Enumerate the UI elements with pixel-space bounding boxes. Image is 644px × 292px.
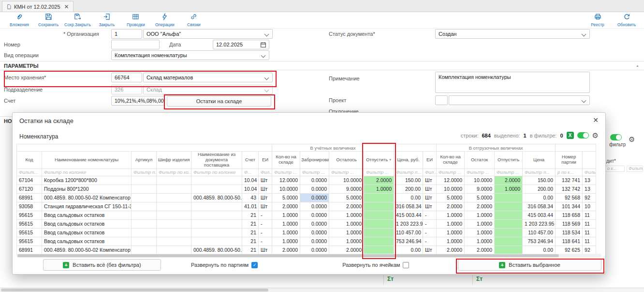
cell-rest2[interactable]: 2.0000 (465, 202, 495, 211)
cell-name[interactable]: Поддоны 800*1200 (42, 184, 132, 193)
cell-extra[interactable]: 13 (583, 184, 596, 193)
filter-input-code[interactable]: Фильт... (17, 169, 42, 176)
cell-extra[interactable]: 11 (583, 219, 596, 228)
table-row[interactable]: 67120Поддоны 800*120010.04Шт10.00000.000… (17, 184, 596, 193)
filter-input-unit1[interactable]: Фил... (259, 169, 272, 176)
cell-batch[interactable]: 132 741 (556, 176, 583, 184)
close-button[interactable]: Закрыть (92, 12, 121, 28)
date-field[interactable]: 12.02.2025 (213, 40, 269, 49)
gear-icon[interactable]: ⚙ (592, 132, 599, 139)
cell-release1[interactable] (364, 211, 394, 219)
note-textarea[interactable]: Комплектация номенклатуры (435, 72, 590, 93)
filter-input-cipher[interactable]: Фильтр по ко... (157, 169, 191, 176)
calendar-icon[interactable] (260, 42, 266, 48)
postings-button[interactable]: Проводки (121, 12, 150, 28)
cell-supplier_name[interactable] (191, 184, 242, 193)
cell-batch[interactable]: 118 534 (556, 228, 583, 237)
scrollbar-thumb[interactable] (1, 289, 268, 292)
cell-name[interactable]: 000.4859. 80.000-50-02 Компенсатор (42, 246, 132, 254)
cell-rest2[interactable]: 1.0000 (465, 237, 495, 246)
column-header-unit2[interactable]: ЕИ (423, 152, 437, 169)
table-row[interactable]: 68991000.4859. 80.000-50-02 Компенсатор0… (17, 246, 596, 254)
cell-unit2[interactable]: - (423, 219, 437, 228)
cell-code[interactable]: 67104 (17, 176, 42, 184)
cell-cipher[interactable] (157, 237, 191, 246)
cell-account[interactable]: 10.04 (242, 176, 259, 184)
cell-unit2[interactable]: - (423, 237, 437, 246)
cell-article[interactable] (132, 202, 157, 211)
cell-supplier_name[interactable] (191, 176, 242, 184)
save-close-button[interactable]: Сохр.Закрыть (63, 12, 92, 28)
cell-extra[interactable]: 11 (583, 228, 596, 237)
cell-code[interactable]: 68991 (17, 193, 42, 202)
cell-remaining[interactable]: 1.0000 (329, 211, 364, 219)
cell-remaining[interactable]: 1.0000 (329, 219, 364, 228)
cell-qty1[interactable]: 2.0000 (272, 246, 300, 254)
cell-cipher[interactable] (157, 211, 191, 219)
cell-reserved[interactable]: 0.0000 (300, 202, 329, 211)
cell-extra[interactable]: 13 (583, 176, 596, 184)
cell-release1[interactable] (364, 219, 394, 228)
cell-extra[interactable]: 10 (583, 202, 596, 211)
cell-batch[interactable]: 92 625 (556, 246, 583, 254)
cell-unit1[interactable]: - (259, 211, 272, 219)
column-header-batch[interactable]: Номер партии (556, 152, 583, 169)
cell-qty2[interactable]: 5.0000 (437, 193, 465, 202)
cell-qty2[interactable]: 1.0000 (437, 211, 465, 219)
status-select[interactable]: Создан (435, 29, 590, 39)
cell-release2[interactable]: 2.0000 (495, 176, 523, 184)
cell-code[interactable]: 95615 (17, 219, 42, 228)
column-header-cipher[interactable]: Шифр изделия (157, 152, 191, 169)
table-row[interactable]: 67104Коробка 1200*800*80010.04Шт12.00000… (17, 176, 596, 184)
table-row[interactable]: 95615Ввод сальдовых остатков21-1.00000.0… (17, 228, 596, 237)
cell-name[interactable]: Ввод сальдовых остатков (42, 228, 132, 237)
cell-name[interactable]: Ввод сальдовых остатков (42, 211, 132, 219)
cell-qty1[interactable]: 1.0000 (272, 228, 300, 237)
column-header-article[interactable]: Артикул (132, 152, 157, 169)
column-header-price2[interactable]: Цена (523, 152, 556, 169)
document-tab[interactable]: КМН от 12.02.2025 ✕ (2, 1, 73, 12)
cell-unit1[interactable]: Шт (259, 193, 272, 202)
cell-unit1[interactable]: Шт (259, 176, 272, 184)
cell-release2[interactable] (495, 246, 523, 254)
cell-code[interactable]: 95615 (17, 211, 42, 219)
cell-article[interactable] (132, 219, 157, 228)
cell-reserved[interactable]: 0.0000 (300, 184, 329, 193)
table-row[interactable]: 95615Ввод сальдовых остатков21-1.00000.0… (17, 237, 596, 246)
cell-price1[interactable]: 316 058.34 (394, 202, 423, 211)
project-code-field[interactable] (435, 95, 448, 105)
cell-code[interactable]: 68991 (17, 246, 42, 254)
cell-unit1[interactable]: - (259, 237, 272, 246)
expand-batches-checkbox[interactable] (251, 262, 258, 268)
filter-input-release2[interactable]: Фильтр ... (495, 169, 523, 176)
cell-account[interactable]: 21 (242, 228, 259, 237)
cell-release2[interactable] (495, 228, 523, 237)
cell-account[interactable]: 43 (242, 193, 259, 202)
cell-release2[interactable] (495, 211, 523, 219)
filter-toggle[interactable] (577, 132, 589, 138)
account-field[interactable]: 10%,21%,4%,08%,00% (111, 96, 164, 106)
cell-reserved[interactable]: 0.0000 (300, 246, 329, 254)
column-header-reserved[interactable]: Забронировано (300, 152, 329, 169)
filter-input-article[interactable]: Фильтр п... (132, 169, 157, 176)
project-select[interactable] (449, 95, 590, 105)
excel-export-icon[interactable]: X (567, 132, 574, 139)
cell-release1[interactable]: 1.0000 (364, 184, 394, 193)
cell-unit2[interactable]: Шт (423, 193, 437, 202)
collapse-caret-icon[interactable]: ▲ (636, 64, 639, 67)
stock-on-warehouse-button[interactable]: Остатки на складе (167, 96, 271, 107)
storage-select[interactable]: Склад материалов (143, 73, 273, 82)
cell-release1[interactable] (364, 202, 394, 211)
column-header-release1[interactable]: Отпустить▼ (364, 152, 394, 169)
cell-rest2[interactable]: 5.0000 (465, 193, 495, 202)
column-header-qty2[interactable]: Кол-во на складе (437, 152, 465, 169)
cell-cipher[interactable] (157, 184, 191, 193)
cell-rest2[interactable]: 10.0000 (465, 176, 495, 184)
cell-price1[interactable]: 150.00 (394, 176, 423, 184)
filter-toggle[interactable] (610, 134, 622, 140)
cell-unit2[interactable]: - (423, 228, 437, 237)
cell-release1[interactable] (364, 237, 394, 246)
modal-close-icon[interactable]: ✕ (593, 116, 599, 124)
cell-price2[interactable]: 0.00 (523, 246, 556, 254)
filter-input-batch[interactable]: р по к... (556, 169, 583, 176)
